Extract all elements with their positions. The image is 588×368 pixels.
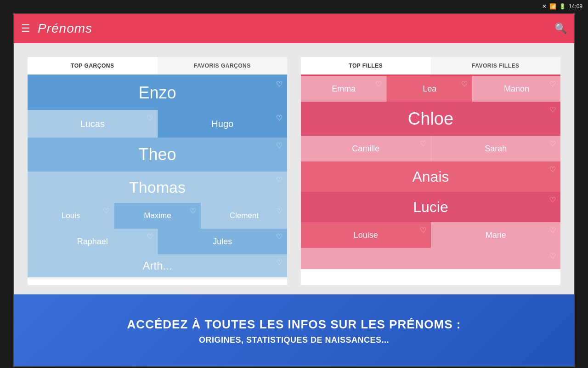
louis-heart[interactable]: ♡ [103, 207, 109, 215]
manon-name: Manon [504, 84, 529, 94]
marie-item[interactable]: Marie ♡ [431, 222, 561, 248]
camille-name: Camille [352, 144, 379, 154]
lucie-name: Lucie [413, 199, 448, 216]
maxime-heart[interactable]: ♡ [190, 207, 196, 215]
anais-heart[interactable]: ♡ [549, 165, 556, 174]
marie-heart[interactable]: ♡ [549, 226, 556, 235]
app-bar: ☰ Prénoms 🔍 [14, 14, 574, 43]
lea-item[interactable]: Lea ♡ [386, 76, 472, 102]
girls-names-list: Emma ♡ Lea ♡ Manon ♡ [301, 76, 560, 269]
camille-item[interactable]: Camille ♡ [301, 136, 431, 161]
lucas-name: Lucas [80, 119, 105, 129]
row-arthur: Arth... ♡ [28, 254, 287, 277]
row-partial-girl: ♡ [301, 248, 560, 269]
enzo-heart[interactable]: ♡ [276, 80, 283, 88]
row-emma-lea-manon: Emma ♡ Lea ♡ Manon ♡ [301, 76, 560, 102]
chloe-item[interactable]: Chloe ♡ [301, 102, 560, 136]
clement-name: Clement [230, 211, 259, 220]
partial-girl-item[interactable]: ♡ [301, 248, 560, 269]
louis-item[interactable]: Louis ♡ [28, 203, 114, 229]
row-theo: Theo ♡ [28, 138, 287, 172]
chloe-heart[interactable]: ♡ [549, 105, 556, 114]
hugo-item[interactable]: Hugo ♡ [158, 110, 288, 138]
clement-item[interactable]: Clement ♡ [201, 203, 287, 229]
sarah-item[interactable]: Sarah ♡ [431, 136, 561, 161]
manon-item[interactable]: Manon ♡ [472, 76, 560, 102]
banner-line1: ACCÉDEZ À TOUTES LES INFOS SUR LES PRÉNO… [127, 317, 461, 332]
jules-heart[interactable]: ♡ [276, 232, 283, 241]
manon-heart[interactable]: ♡ [549, 80, 556, 88]
enzo-item[interactable]: Enzo ♡ [28, 76, 287, 110]
thomas-heart[interactable]: ♡ [276, 175, 283, 184]
boys-panel: TOP GARÇONS FAVORIS GARÇONS Enzo ♡ L [28, 57, 287, 285]
emma-name: Emma [332, 84, 356, 94]
raphael-name: Raphael [77, 237, 108, 247]
wifi-icon: 📶 [549, 3, 556, 10]
status-icons: ✕ 📶 🔋 14:09 [542, 3, 582, 10]
lea-heart[interactable]: ♡ [461, 80, 468, 88]
tab-favoris-filles[interactable]: FAVORIS FILLES [431, 57, 561, 75]
app-bar-left: ☰ Prénoms [21, 21, 92, 36]
theo-item[interactable]: Theo ♡ [28, 138, 287, 172]
arthur-item[interactable]: Arth... ♡ [28, 254, 287, 277]
row-louise-marie: Louise ♡ Marie ♡ [301, 222, 560, 248]
anais-item[interactable]: Anais ♡ [301, 161, 560, 192]
status-bar: ✕ 📶 🔋 14:09 [0, 0, 588, 13]
partial-girl-heart[interactable]: ♡ [549, 252, 556, 260]
row-lucie: Lucie ♡ [301, 192, 560, 222]
row-raphael-jules: Raphael ♡ Jules ♡ [28, 229, 287, 254]
tab-top-garcons[interactable]: TOP GARÇONS [28, 57, 158, 76]
boys-tabs: TOP GARÇONS FAVORIS GARÇONS [28, 57, 287, 76]
time-display: 14:09 [569, 3, 582, 10]
lucie-heart[interactable]: ♡ [549, 196, 556, 204]
theo-name: Theo [138, 145, 176, 164]
girls-panel: TOP FILLES FAVORIS FILLES Emma ♡ Lea ♡ [301, 57, 560, 285]
lea-name: Lea [423, 84, 436, 94]
emma-heart[interactable]: ♡ [375, 80, 382, 88]
louise-heart[interactable]: ♡ [420, 226, 426, 235]
arthur-name: Arth... [142, 259, 172, 272]
chloe-name: Chloe [408, 109, 453, 129]
hugo-name: Hugo [211, 119, 233, 129]
clement-heart[interactable]: ♡ [276, 207, 283, 215]
maxime-name: Maxime [144, 211, 171, 220]
anais-name: Anais [412, 168, 449, 185]
enzo-name: Enzo [138, 83, 176, 103]
jules-item[interactable]: Jules ♡ [158, 229, 288, 254]
tab-top-filles[interactable]: TOP FILLES [301, 57, 431, 76]
lucas-item[interactable]: Lucas ♡ [28, 110, 158, 138]
signal-icon: ✕ [542, 3, 547, 10]
raphael-heart[interactable]: ♡ [147, 232, 153, 241]
thomas-name: Thomas [129, 178, 186, 196]
lucie-item[interactable]: Lucie ♡ [301, 192, 560, 222]
menu-icon[interactable]: ☰ [21, 23, 30, 34]
sarah-heart[interactable]: ♡ [549, 139, 556, 148]
boys-names-list: Enzo ♡ Lucas ♡ Hugo ♡ [28, 76, 287, 277]
tab-favoris-garcons[interactable]: FAVORIS GARÇONS [158, 57, 288, 75]
arthur-heart[interactable]: ♡ [276, 258, 283, 267]
inner-frame: ☰ Prénoms 🔍 TOP GARÇONS FAVORIS GARÇONS … [13, 13, 575, 367]
louis-name: Louis [62, 211, 80, 220]
thomas-item[interactable]: Thomas ♡ [28, 172, 287, 203]
theo-heart[interactable]: ♡ [276, 141, 283, 150]
content-area: TOP GARÇONS FAVORIS GARÇONS Enzo ♡ L [14, 43, 574, 294]
hugo-heart[interactable]: ♡ [276, 114, 283, 122]
row-lucas-hugo: Lucas ♡ Hugo ♡ [28, 110, 287, 138]
app-outer: ✕ 📶 🔋 14:09 ☰ Prénoms 🔍 TOP GARÇONS FAVO… [0, 0, 588, 368]
row-enzo: Enzo ♡ [28, 76, 287, 110]
search-icon[interactable]: 🔍 [554, 23, 567, 34]
marie-name: Marie [486, 230, 506, 240]
louise-name: Louise [354, 230, 378, 240]
camille-heart[interactable]: ♡ [420, 139, 426, 148]
row-camille-sarah: Camille ♡ Sarah ♡ [301, 136, 560, 161]
maxime-item[interactable]: Maxime ♡ [114, 203, 200, 229]
lucas-heart[interactable]: ♡ [147, 114, 153, 122]
louise-item[interactable]: Louise ♡ [301, 222, 431, 248]
raphael-item[interactable]: Raphael ♡ [28, 229, 158, 254]
girls-tabs: TOP FILLES FAVORIS FILLES [301, 57, 560, 76]
emma-item[interactable]: Emma ♡ [301, 76, 386, 102]
banner-line2: ORIGINES, STATISTIQUES DE NAISSANCES... [199, 335, 389, 345]
row-anais: Anais ♡ [301, 161, 560, 192]
row-louis-maxime-clement: Louis ♡ Maxime ♡ Clement ♡ [28, 203, 287, 229]
bottom-banner[interactable]: ACCÉDEZ À TOUTES LES INFOS SUR LES PRÉNO… [14, 294, 574, 367]
